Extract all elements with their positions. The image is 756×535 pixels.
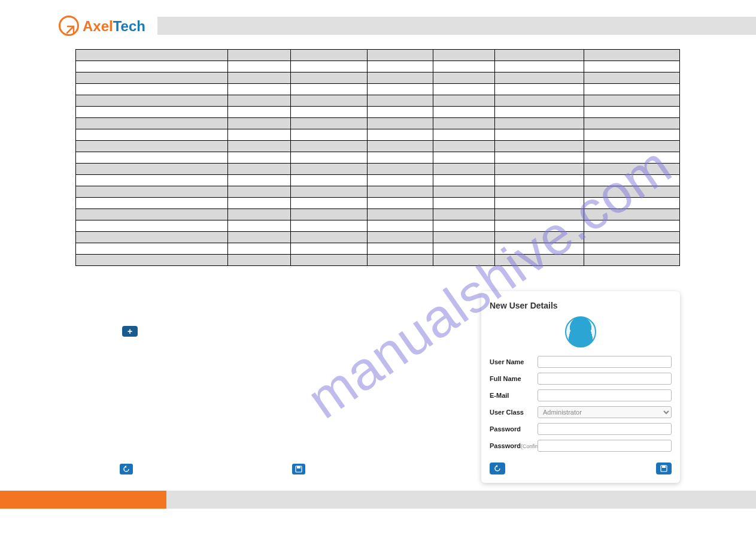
- email-input[interactable]: [538, 389, 672, 401]
- table-cell: [433, 129, 494, 141]
- table-cell: [494, 107, 584, 118]
- table-cell: [584, 141, 680, 152]
- logo-tech: Tech: [113, 18, 145, 34]
- table-cell: [494, 209, 584, 220]
- table-cell: [584, 72, 680, 84]
- table-cell: [368, 129, 433, 141]
- table-cell: [76, 164, 228, 175]
- table-cell: [584, 84, 680, 95]
- table-cell: [291, 72, 368, 84]
- table-cell: [368, 152, 433, 164]
- table-cell: [76, 220, 228, 232]
- table-cell: [228, 220, 291, 232]
- table-cell: [584, 209, 680, 220]
- table-row: [76, 243, 680, 255]
- table-row: [76, 95, 680, 107]
- footer-orange-bar: [0, 491, 166, 509]
- table-cell: [291, 255, 368, 266]
- logo-axel: Axel: [83, 18, 113, 34]
- table-cell: [584, 175, 680, 186]
- table-cell: [76, 152, 228, 164]
- table-cell: [368, 95, 433, 107]
- table-cell: [494, 61, 584, 72]
- table-cell: [76, 243, 228, 255]
- table-cell: [368, 72, 433, 84]
- table-cell: [433, 198, 494, 209]
- table-cell: [291, 232, 368, 243]
- full-name-input[interactable]: [538, 373, 672, 385]
- password-confirm-text: Password: [490, 442, 521, 449]
- new-user-panel: New User Details User Name Full Name E-M…: [481, 291, 680, 483]
- email-label: E-Mail: [490, 392, 538, 399]
- table-row: [76, 198, 680, 209]
- table-cell: [433, 243, 494, 255]
- table-cell: [76, 107, 228, 118]
- table-cell: [433, 255, 494, 266]
- table-cell: [584, 107, 680, 118]
- save-button-inline[interactable]: [292, 464, 305, 474]
- logo-text: AxelTech: [83, 18, 145, 35]
- svg-rect-3: [662, 466, 666, 468]
- user-class-select[interactable]: Administrator: [538, 406, 672, 418]
- password-input[interactable]: [538, 423, 672, 435]
- table-row: [76, 209, 680, 220]
- table-cell: [291, 118, 368, 129]
- save-button[interactable]: [656, 463, 672, 474]
- table-cell: [433, 186, 494, 198]
- table-cell: [368, 84, 433, 95]
- table-cell: [228, 107, 291, 118]
- data-table: [75, 49, 680, 266]
- table-cell: [291, 220, 368, 232]
- table-cell: [494, 186, 584, 198]
- table-row: [76, 84, 680, 95]
- table-cell: [433, 232, 494, 243]
- table-cell: [368, 232, 433, 243]
- table-row: [76, 164, 680, 175]
- table-cell: [228, 50, 291, 61]
- table-cell: [368, 255, 433, 266]
- table-cell: [368, 220, 433, 232]
- table-cell: [433, 118, 494, 129]
- password-confirm-input[interactable]: [538, 440, 672, 452]
- table-cell: [76, 72, 228, 84]
- table-row: [76, 232, 680, 243]
- table-cell: [228, 84, 291, 95]
- table-row: [76, 50, 680, 61]
- table-cell: [368, 61, 433, 72]
- table-cell: [433, 220, 494, 232]
- table-cell: [291, 50, 368, 61]
- table-cell: [368, 118, 433, 129]
- reload-button-inline[interactable]: [120, 464, 133, 474]
- table-cell: [494, 129, 584, 141]
- table-cell: [76, 50, 228, 61]
- table-row: [76, 152, 680, 164]
- table-cell: [76, 129, 228, 141]
- reload-button[interactable]: [490, 463, 505, 474]
- table-cell: [433, 141, 494, 152]
- table-cell: [368, 50, 433, 61]
- table-cell: [584, 61, 680, 72]
- table-cell: [494, 84, 584, 95]
- table-cell: [433, 209, 494, 220]
- table-cell: [291, 164, 368, 175]
- reload-icon: [494, 465, 501, 472]
- table-cell: [228, 95, 291, 107]
- table-cell: [291, 95, 368, 107]
- add-user-button[interactable]: +: [122, 326, 138, 337]
- table-cell: [291, 129, 368, 141]
- table-cell: [368, 243, 433, 255]
- user-name-input[interactable]: [538, 356, 672, 368]
- table-cell: [584, 152, 680, 164]
- table-cell: [291, 175, 368, 186]
- table-cell: [228, 129, 291, 141]
- table-cell: [291, 243, 368, 255]
- table-cell: [291, 107, 368, 118]
- table-cell: [584, 129, 680, 141]
- footer-gray-bar: [166, 491, 756, 509]
- table-cell: [368, 164, 433, 175]
- svg-rect-1: [297, 466, 300, 468]
- header-bar: [59, 17, 756, 35]
- table-cell: [76, 209, 228, 220]
- panel-title: New User Details: [490, 301, 672, 310]
- table-cell: [368, 141, 433, 152]
